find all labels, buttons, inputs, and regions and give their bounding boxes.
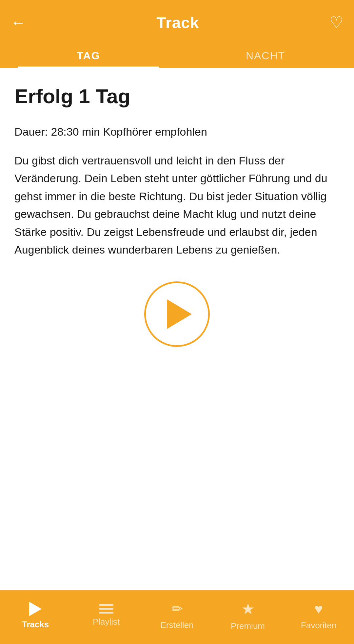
header: ← Track ♡ (0, 0, 354, 43)
bottom-nav: Tracks Playlist ✏ Erstellen ★ Premium ♥ … (0, 590, 354, 644)
nav-item-playlist[interactable]: Playlist (71, 590, 142, 644)
track-title: Erfolg 1 Tag (14, 84, 340, 108)
tracks-icon (29, 602, 42, 616)
play-button[interactable] (144, 281, 210, 347)
pencil-icon: ✏ (171, 601, 183, 617)
tab-bar: TAG NACHT (0, 43, 354, 68)
content-area: Erfolg 1 Tag Dauer: 28:30 min Kopfhörer … (0, 68, 354, 482)
nav-item-tracks[interactable]: Tracks (0, 590, 71, 644)
play-icon (167, 299, 192, 329)
nav-item-erstellen[interactable]: ✏ Erstellen (142, 590, 212, 644)
nav-item-premium[interactable]: ★ Premium (212, 590, 283, 644)
nav-label-favoriten: Favoriten (301, 620, 336, 631)
track-duration: Dauer: 28:30 min Kopfhörer empfohlen (14, 124, 340, 140)
nav-item-favoriten[interactable]: ♥ Favoriten (283, 590, 354, 644)
star-icon: ★ (241, 600, 255, 618)
tab-tag[interactable]: TAG (0, 43, 177, 68)
page-title: Track (156, 14, 199, 32)
nav-label-playlist: Playlist (93, 617, 120, 627)
heart-icon: ♥ (314, 601, 323, 617)
nav-label-tracks: Tracks (22, 619, 49, 630)
tab-nacht[interactable]: NACHT (177, 43, 354, 68)
nav-label-erstellen: Erstellen (160, 620, 193, 630)
back-button[interactable]: ← (10, 15, 26, 30)
favorite-button[interactable]: ♡ (329, 15, 344, 30)
track-description: Du gibst dich vertrauensvoll und leicht … (14, 152, 340, 258)
playlist-icon (99, 604, 113, 614)
spacer (0, 482, 354, 590)
play-container (14, 281, 340, 347)
nav-label-premium: Premium (231, 621, 265, 631)
